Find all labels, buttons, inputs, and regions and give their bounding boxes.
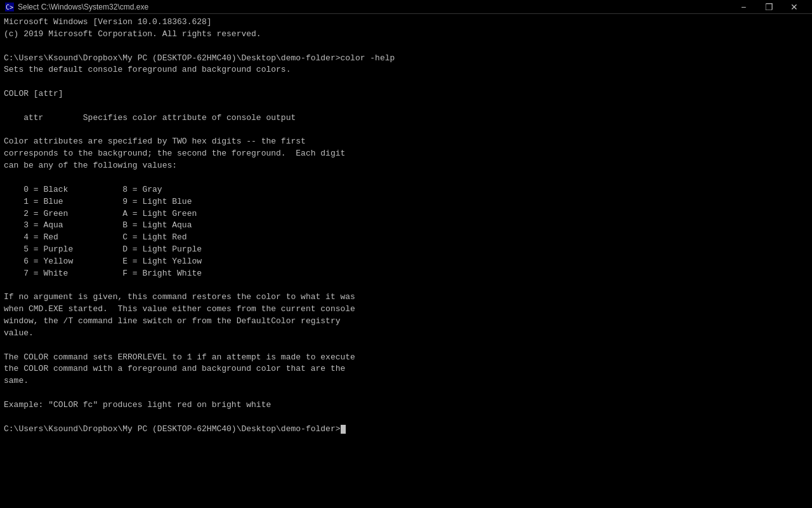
cursor xyxy=(341,425,346,434)
console-body[interactable]: Microsoft Windows [Version 10.0.18363.62… xyxy=(0,14,812,508)
title-bar-left: C> Select C:\Windows\System32\cmd.exe xyxy=(5,3,148,11)
close-button[interactable]: ✕ xyxy=(782,0,807,14)
console-output: Microsoft Windows [Version 10.0.18363.62… xyxy=(4,17,808,436)
svg-text:C>: C> xyxy=(6,4,13,11)
window-title: Select C:\Windows\System32\cmd.exe xyxy=(18,3,148,11)
window-controls: − ❐ ✕ xyxy=(731,0,807,14)
cmd-icon: C> xyxy=(5,3,14,11)
maximize-button[interactable]: ❐ xyxy=(756,0,782,14)
minimize-button[interactable]: − xyxy=(731,0,756,14)
cmd-window: C> Select C:\Windows\System32\cmd.exe − … xyxy=(0,0,812,508)
title-bar: C> Select C:\Windows\System32\cmd.exe − … xyxy=(0,0,812,14)
